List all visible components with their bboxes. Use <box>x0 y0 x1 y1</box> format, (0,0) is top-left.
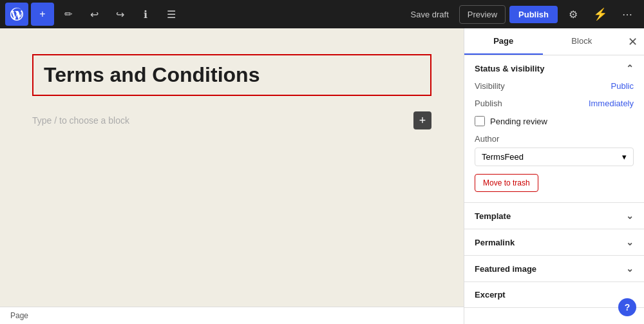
publish-button[interactable]: Publish <box>509 6 558 23</box>
bottom-bar-page-label: Page <box>10 311 28 320</box>
permalink-chevron-icon: ⌄ <box>626 237 634 247</box>
publish-label: Publish <box>475 99 502 108</box>
pending-review-checkbox[interactable] <box>475 116 485 126</box>
status-visibility-section: Status & visibility ⌃ Visibility Public … <box>464 55 644 203</box>
main-layout: Terms and Conditions Type / to choose a … <box>0 28 644 324</box>
pending-review-row: Pending review <box>475 116 634 126</box>
sidebar: Page Block ✕ Status & visibility ⌃ Visib… <box>464 28 644 324</box>
info-button[interactable]: ℹ <box>134 3 157 26</box>
toolbar: + ✏ ↩ ↪ ℹ ☰ Save draft Preview Publish ⚙… <box>0 0 644 28</box>
toolbar-left: + ✏ ↩ ↪ ℹ ☰ <box>5 3 183 26</box>
bottom-bar: Page <box>0 307 464 324</box>
undo-button[interactable]: ↩ <box>82 3 106 26</box>
author-select[interactable]: TermsFeed ▾ <box>475 148 634 166</box>
excerpt-section: Excerpt <box>464 282 644 308</box>
featured-image-chevron-icon: ⌄ <box>626 263 634 274</box>
permalink-header[interactable]: Permalink ⌄ <box>464 229 644 255</box>
save-draft-button[interactable]: Save draft <box>404 6 455 23</box>
status-visibility-header[interactable]: Status & visibility ⌃ <box>464 55 644 81</box>
featured-image-label: Featured image <box>475 264 536 274</box>
status-visibility-chevron: ⌃ <box>626 63 634 73</box>
page-title-wrapper: Terms and Conditions <box>32 54 431 96</box>
editor-area: Terms and Conditions Type / to choose a … <box>0 28 464 324</box>
template-chevron-icon: ⌄ <box>626 211 634 221</box>
move-to-trash-button[interactable]: Move to trash <box>475 174 538 192</box>
more-options-button[interactable]: ⋯ <box>616 3 639 26</box>
lightning-button[interactable]: ⚡ <box>589 3 612 26</box>
template-header[interactable]: Template ⌄ <box>464 203 644 229</box>
tab-block[interactable]: Block <box>543 28 621 55</box>
excerpt-header[interactable]: Excerpt <box>464 282 644 307</box>
author-label: Author <box>475 134 634 144</box>
preview-button[interactable]: Preview <box>459 5 506 24</box>
template-label: Template <box>475 211 511 221</box>
visibility-row: Visibility Public <box>475 81 634 91</box>
toolbar-right: Save draft Preview Publish ⚙ ⚡ ⋯ <box>404 3 639 26</box>
publish-value[interactable]: Immediately <box>589 99 634 108</box>
pending-review-label: Pending review <box>490 117 547 126</box>
template-section: Template ⌄ <box>464 203 644 229</box>
settings-button[interactable]: ⚙ <box>562 3 585 26</box>
help-button[interactable]: ? <box>618 298 636 316</box>
redo-button[interactable]: ↪ <box>108 3 131 26</box>
publish-row: Publish Immediately <box>475 99 634 108</box>
list-view-button[interactable]: ☰ <box>160 3 183 26</box>
featured-image-section: Featured image ⌄ <box>464 256 644 282</box>
permalink-section: Permalink ⌄ <box>464 229 644 256</box>
tab-page[interactable]: Page <box>464 28 543 55</box>
sidebar-tabs: Page Block ✕ <box>464 28 644 55</box>
author-chevron-icon: ▾ <box>622 152 627 162</box>
status-visibility-label: Status & visibility <box>475 64 544 73</box>
add-block-button[interactable]: + <box>31 3 54 26</box>
editor-content: Terms and Conditions Type / to choose a … <box>32 54 431 132</box>
featured-image-header[interactable]: Featured image ⌄ <box>464 256 644 281</box>
add-block-inline-button[interactable]: + <box>413 111 431 129</box>
close-sidebar-button[interactable]: ✕ <box>621 30 644 53</box>
edit-tool-button[interactable]: ✏ <box>57 3 80 26</box>
block-placeholder-text: Type / to choose a block <box>32 115 413 126</box>
visibility-value[interactable]: Public <box>611 81 634 91</box>
permalink-label: Permalink <box>475 238 515 247</box>
page-title[interactable]: Terms and Conditions <box>44 63 420 87</box>
wp-logo[interactable] <box>5 3 28 26</box>
status-visibility-content: Visibility Public Publish Immediately Pe… <box>464 81 644 202</box>
author-value: TermsFeed <box>482 152 524 162</box>
excerpt-label: Excerpt <box>475 290 506 300</box>
visibility-label: Visibility <box>475 81 505 91</box>
help-icon: ? <box>625 302 630 312</box>
block-placeholder-row: Type / to choose a block + <box>32 109 431 132</box>
